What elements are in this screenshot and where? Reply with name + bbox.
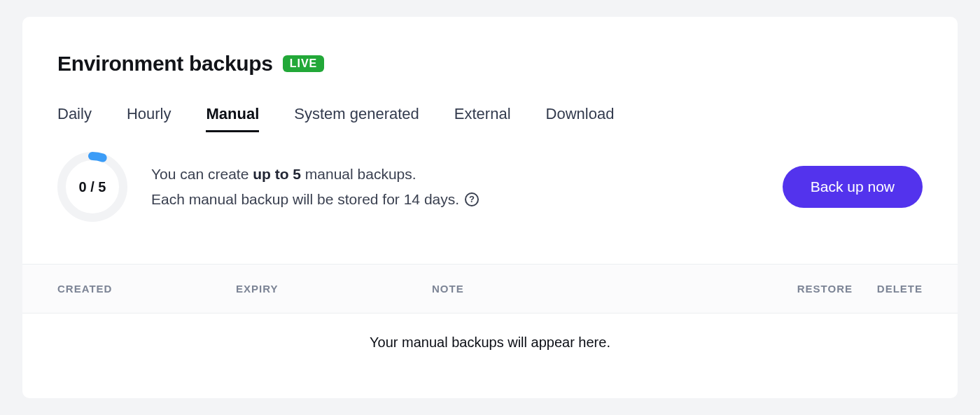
- info-line2-text: Each manual backup will be stored for 14…: [151, 187, 459, 212]
- info-line1-bold: up to 5: [253, 166, 301, 182]
- info-line1-post: manual backups.: [301, 166, 416, 182]
- tab-bar: Daily Hourly Manual System generated Ext…: [57, 105, 923, 132]
- help-icon[interactable]: ?: [465, 192, 479, 206]
- table-header: CREATED EXPIRY NOTE RESTORE DELETE: [22, 264, 958, 314]
- gauge-label: 0 / 5: [79, 179, 106, 195]
- info-line1-pre: You can create: [151, 166, 253, 182]
- tab-daily[interactable]: Daily: [57, 105, 92, 132]
- info-line-1: You can create up to 5 manual backups.: [151, 162, 759, 187]
- tab-external[interactable]: External: [454, 105, 511, 132]
- backup-usage-gauge: 0 / 5: [57, 152, 127, 222]
- page-title: Environment backups: [57, 52, 273, 76]
- backup-now-button[interactable]: Back up now: [783, 166, 923, 208]
- tab-hourly[interactable]: Hourly: [127, 105, 172, 132]
- live-badge: LIVE: [283, 55, 325, 72]
- col-header-restore: RESTORE: [734, 283, 853, 295]
- tab-download[interactable]: Download: [546, 105, 615, 132]
- tab-system-generated[interactable]: System generated: [294, 105, 419, 132]
- card-top-section: Environment backups LIVE Daily Hourly Ma…: [22, 17, 958, 264]
- tab-manual[interactable]: Manual: [206, 105, 259, 132]
- page-header: Environment backups LIVE: [57, 52, 923, 76]
- col-header-delete: DELETE: [853, 283, 923, 295]
- col-header-created: CREATED: [57, 283, 236, 295]
- col-header-expiry: EXPIRY: [236, 283, 432, 295]
- backups-card: Environment backups LIVE Daily Hourly Ma…: [22, 17, 958, 398]
- info-text: You can create up to 5 manual backups. E…: [151, 162, 759, 211]
- empty-state: Your manual backups will appear here.: [22, 314, 958, 372]
- col-header-note: NOTE: [432, 283, 734, 295]
- info-row: 0 / 5 You can create up to 5 manual back…: [57, 152, 923, 264]
- info-line-2: Each manual backup will be stored for 14…: [151, 187, 759, 212]
